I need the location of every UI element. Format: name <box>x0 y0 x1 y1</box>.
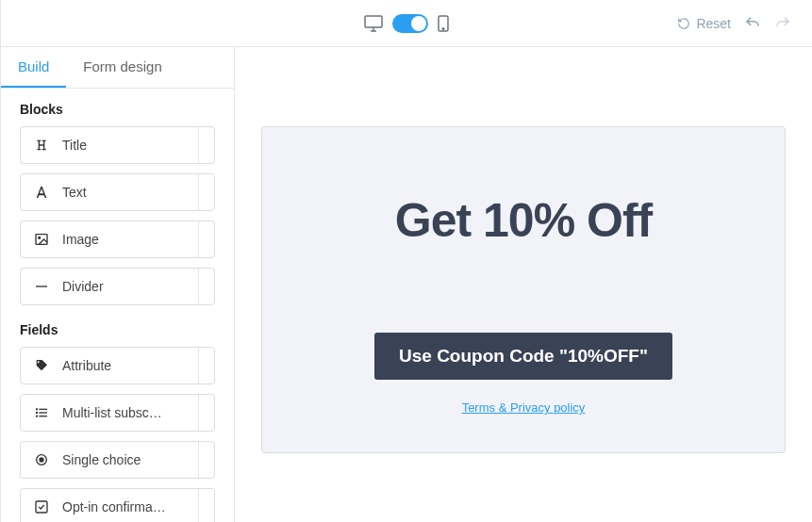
heading-icon <box>32 136 51 155</box>
field-single-choice[interactable]: Single choice <box>20 441 215 479</box>
tab-build[interactable]: Build <box>1 47 66 88</box>
block-label: Text <box>62 185 87 200</box>
redo-button[interactable] <box>774 15 791 32</box>
fields-title: Fields <box>20 322 215 337</box>
field-optin[interactable]: Opt-in confirma… <box>20 488 215 522</box>
mobile-icon[interactable] <box>438 15 449 32</box>
drag-handle-icon[interactable] <box>198 395 214 431</box>
svg-rect-38 <box>36 412 38 414</box>
block-label: Title <box>62 138 87 153</box>
topbar-actions: Reset <box>677 15 812 32</box>
app-root: Reset Build Form design Blocks <box>0 0 812 522</box>
block-divider[interactable]: Divider <box>20 268 215 305</box>
svg-rect-0 <box>365 16 382 27</box>
svg-rect-40 <box>36 416 38 417</box>
blocks-title: Blocks <box>20 102 215 117</box>
fields-list: Attribute Multi-list subsc… <box>1 347 234 522</box>
svg-rect-41 <box>39 416 47 416</box>
popup-preview[interactable]: Get 10% Off Use Coupon Code "10%OFF" Ter… <box>261 126 786 453</box>
field-multi-list[interactable]: Multi-list subsc… <box>20 394 215 432</box>
checkbox-icon <box>32 498 51 516</box>
svg-point-16 <box>39 237 41 238</box>
topbar: Reset <box>1 0 812 47</box>
image-icon <box>32 230 51 249</box>
device-preview-group <box>364 0 449 46</box>
undo-button[interactable] <box>744 15 761 32</box>
tab-form-design[interactable]: Form design <box>66 47 178 88</box>
block-image[interactable]: Image <box>20 220 215 258</box>
desktop-icon[interactable] <box>364 15 383 32</box>
drag-handle-icon[interactable] <box>198 221 214 257</box>
block-label: Multi-list subsc… <box>62 405 162 420</box>
block-label: Image <box>62 232 99 247</box>
svg-rect-15 <box>36 235 47 245</box>
main-area: Build Form design Blocks Title <box>1 47 812 522</box>
preview-canvas: Get 10% Off Use Coupon Code "10%OFF" Ter… <box>235 47 812 522</box>
blocks-list: Title Text <box>1 126 234 309</box>
block-label: Single choice <box>62 452 141 467</box>
svg-rect-39 <box>39 412 47 413</box>
svg-rect-36 <box>36 408 38 410</box>
sidebar-tabs: Build Form design <box>1 47 234 89</box>
reset-label: Reset <box>696 16 731 31</box>
block-label: Attribute <box>62 358 111 373</box>
divider-icon <box>32 277 51 296</box>
drag-handle-icon[interactable] <box>198 442 214 478</box>
block-label: Divider <box>62 279 104 294</box>
preview-toggle[interactable] <box>392 14 428 33</box>
svg-rect-37 <box>39 409 47 410</box>
text-icon <box>32 183 51 202</box>
drag-handle-icon[interactable] <box>198 489 214 522</box>
drag-handle-icon[interactable] <box>198 348 214 383</box>
block-text[interactable]: Text <box>20 173 215 211</box>
terms-link[interactable]: Terms & Privacy policy <box>462 400 586 415</box>
sidebar: Build Form design Blocks Title <box>1 47 235 522</box>
svg-rect-56 <box>36 501 47 513</box>
svg-point-49 <box>40 458 43 462</box>
blocks-section-header: Blocks <box>1 89 234 126</box>
block-label: Opt-in confirma… <box>62 499 166 514</box>
popup-heading[interactable]: Get 10% Off <box>395 193 652 248</box>
drag-handle-icon[interactable] <box>198 269 214 304</box>
field-attribute[interactable]: Attribute <box>20 347 215 384</box>
fields-section-header: Fields <box>1 309 234 347</box>
drag-handle-icon[interactable] <box>198 127 214 163</box>
list-icon <box>32 403 51 422</box>
coupon-button[interactable]: Use Coupon Code "10%OFF" <box>374 333 672 380</box>
drag-handle-icon[interactable] <box>198 174 214 210</box>
tag-icon <box>32 356 51 375</box>
block-title[interactable]: Title <box>20 126 215 164</box>
svg-point-2 <box>442 27 444 29</box>
radio-icon <box>32 450 51 469</box>
reset-button[interactable]: Reset <box>677 16 731 31</box>
